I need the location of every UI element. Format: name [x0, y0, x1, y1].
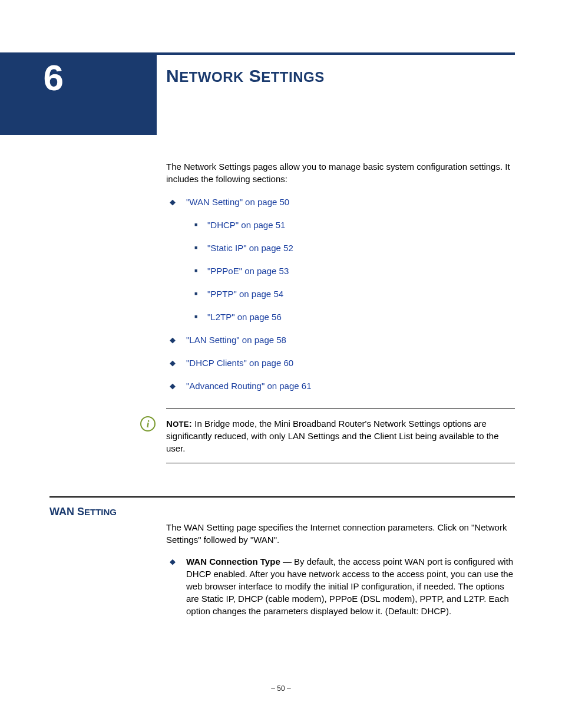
toc-link-wan[interactable]: "WAN Setting" on page 50	[186, 197, 289, 207]
chapter-title-rest2: ETTINGS	[261, 69, 325, 85]
chapter-title: NETWORK SETTINGS	[166, 66, 325, 86]
toc-item: "WAN Setting" on page 50 "DHCP" on page …	[166, 196, 515, 323]
heading-part1: WAN	[49, 506, 74, 518]
toc-item: "DHCP Clients" on page 60	[166, 357, 515, 369]
toc-subitem: "Static IP" on page 52	[186, 242, 515, 254]
heading-rest: ETTING	[84, 507, 117, 517]
toc-link-pptp[interactable]: "PPTP" on page 54	[207, 289, 283, 299]
toc-link-l2tp[interactable]: "L2TP" on page 56	[207, 312, 282, 322]
toc-link-staticip[interactable]: "Static IP" on page 52	[207, 243, 293, 253]
toc-subitem: "L2TP" on page 56	[186, 311, 515, 323]
chapter-title-cap1: N	[166, 66, 179, 85]
toc-link-pppoe[interactable]: "PPPoE" on page 53	[207, 266, 289, 276]
section-rule	[49, 496, 515, 498]
note-label: NOTE:	[166, 419, 192, 429]
note-body: In Bridge mode, the Mini Broadband Route…	[166, 419, 499, 453]
section-body: The WAN Setting page specifies the Inter…	[166, 521, 515, 617]
toc-sublist: "DHCP" on page 51 "Static IP" on page 52…	[186, 219, 515, 323]
section-heading-wan: WAN SETTING	[49, 505, 117, 519]
chapter-title-space	[244, 66, 249, 85]
info-icon: i	[140, 416, 156, 431]
section-bullets: WAN Connection Type — By default, the ac…	[166, 555, 515, 617]
note-box: i NOTE: In Bridge mode, the Mini Broadba…	[166, 409, 515, 463]
toc-link-lan[interactable]: "LAN Setting" on page 58	[186, 335, 286, 345]
bullet-term: WAN Connection Type	[186, 556, 280, 566]
section-bullet: WAN Connection Type — By default, the ac…	[166, 555, 515, 617]
toc-link-advrouting[interactable]: "Advanced Routing" on page 61	[186, 381, 311, 391]
heading-cap: S	[77, 506, 84, 518]
page-number: – 50 –	[0, 684, 562, 693]
section-intro: The WAN Setting page specifies the Inter…	[166, 521, 515, 546]
chapter-title-cap2: S	[249, 66, 262, 85]
toc-item: "LAN Setting" on page 58	[166, 334, 515, 346]
toc-list: "WAN Setting" on page 50 "DHCP" on page …	[166, 196, 515, 392]
chapter-title-rest1: ETWORK	[179, 69, 244, 85]
toc-subitem: "PPTP" on page 54	[186, 288, 515, 300]
toc-link-dhcp[interactable]: "DHCP" on page 51	[207, 220, 285, 230]
toc-item: "Advanced Routing" on page 61	[166, 380, 515, 392]
toc-subitem: "DHCP" on page 51	[186, 219, 515, 231]
note-text: NOTE: In Bridge mode, the Mini Broadband…	[166, 417, 515, 454]
chapter-number-block: 6	[0, 55, 157, 135]
page-content: The Network Settings pages allow you to …	[166, 160, 515, 628]
intro-paragraph: The Network Settings pages allow you to …	[166, 160, 515, 185]
toc-link-dhcpclients[interactable]: "DHCP Clients" on page 60	[186, 358, 293, 368]
toc-subitem: "PPPoE" on page 53	[186, 265, 515, 277]
